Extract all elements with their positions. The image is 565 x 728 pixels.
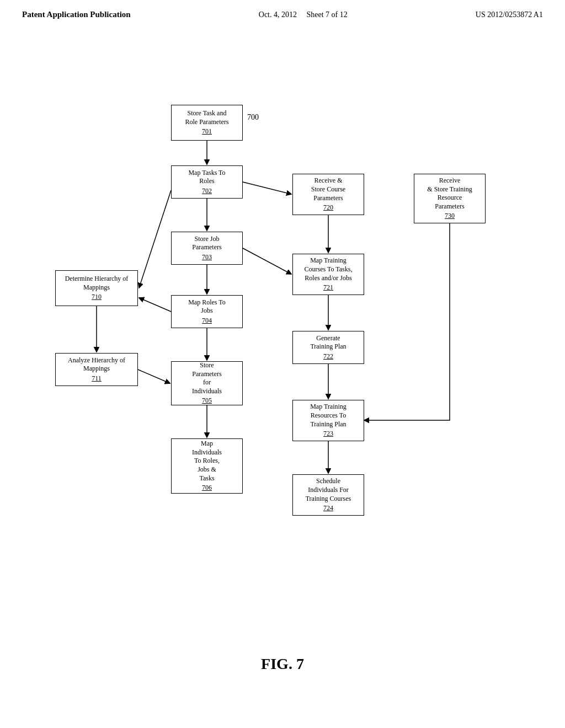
box-710: Determine Hierarchy ofMappings 710: [55, 270, 138, 306]
svg-line-7: [243, 248, 291, 274]
page-header: Patent Application Publication Oct. 4, 2…: [0, 0, 565, 19]
box-720: Receive &Store CourseParameters 720: [292, 174, 364, 215]
svg-line-15: [138, 370, 170, 383]
box-723: Map TrainingResources ToTraining Plan 72…: [292, 400, 364, 441]
box-711: Analyze Hierarchy ofMappings 711: [55, 353, 138, 386]
svg-line-12: [139, 190, 171, 288]
box-730: Receive& Store TrainingResourceParameter…: [414, 174, 486, 223]
box-701: Store Task andRole Parameters 701: [171, 105, 243, 141]
svg-line-13: [139, 298, 171, 312]
box-721: Map TrainingCourses To Tasks,Roles and/o…: [292, 254, 364, 295]
box-706: MapIndividualsTo Roles,Jobs &Tasks 706: [171, 438, 243, 494]
flowchart-diagram: Store Task andRole Parameters 701 Map Ta…: [0, 83, 565, 634]
box-724: ScheduleIndividuals ForTraining Courses …: [292, 474, 364, 516]
header-patent-number: US 2012/0253872 A1: [476, 10, 543, 19]
header-publication: Patent Application Publication: [22, 10, 131, 19]
box-705: StoreParametersforIndividuals 705: [171, 361, 243, 405]
figure-label: FIG. 7: [0, 655, 565, 673]
svg-line-6: [243, 182, 291, 194]
box-703: Store JobParameters 703: [171, 232, 243, 265]
header-date-sheet: Oct. 4, 2012 Sheet 7 of 12: [259, 10, 348, 19]
box-702: Map Tasks ToRoles 702: [171, 165, 243, 199]
box-722: GenerateTraining Plan 722: [292, 331, 364, 364]
box-704: Map Roles ToJobs 704: [171, 295, 243, 328]
label-700: 700: [247, 113, 259, 122]
